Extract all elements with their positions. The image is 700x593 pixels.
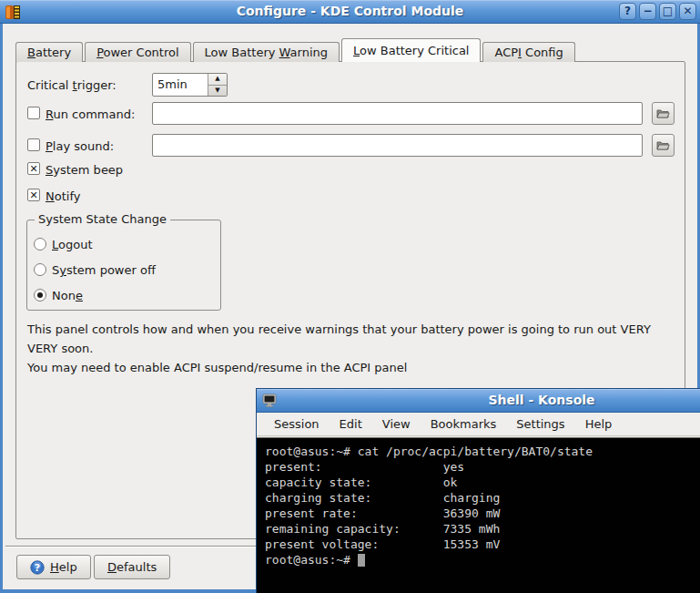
menu-session[interactable]: Session — [264, 417, 330, 431]
run-command-label[interactable]: Run command: — [46, 107, 135, 121]
run-command-checkbox[interactable]: ✕ — [27, 107, 40, 119]
folder-open-icon — [656, 107, 670, 119]
terminal-prompt: root@asus:~# — [265, 553, 358, 567]
play-sound-browse-button[interactable] — [652, 134, 675, 157]
radio-none[interactable] — [34, 289, 46, 302]
critical-trigger-spinbox[interactable]: 5min ▲ ▼ — [152, 73, 228, 97]
terminal-line: present voltage: 15353 mV — [265, 537, 700, 552]
tab-battery[interactable]: Battery — [15, 42, 83, 62]
tab-bar: Battery Power Control Low Battery Warnin… — [15, 38, 577, 62]
titlebar-buttons: ? − □ ✕ — [619, 3, 696, 20]
checkmark-icon: ✕ — [29, 190, 37, 200]
terminal-line: capacity state: ok — [265, 475, 700, 490]
menu-bookmarks[interactable]: Bookmarks — [421, 417, 507, 431]
tab-low-battery-warning[interactable]: Low Battery Warning — [193, 42, 340, 62]
help-icon: ? — [30, 560, 45, 575]
help-button[interactable]: ? Help — [16, 555, 91, 579]
konsole-title-bar[interactable]: Shell - Konsole — [257, 389, 700, 413]
menu-settings[interactable]: Settings — [506, 417, 574, 431]
play-sound-label[interactable]: Play sound: — [46, 139, 114, 153]
system-beep-checkbox[interactable]: ✕ — [27, 162, 40, 175]
radio-none-label[interactable]: None — [52, 289, 83, 302]
radio-dot — [37, 292, 43, 298]
close-button[interactable]: ✕ — [679, 3, 696, 20]
radio-logout[interactable] — [34, 238, 46, 250]
konsole-menu-bar: Session Edit View Bookmarks Settings Hel… — [257, 413, 700, 436]
system-beep-label[interactable]: System beep — [46, 163, 123, 177]
folder-open-icon — [656, 139, 670, 151]
critical-trigger-value[interactable]: 5min — [153, 74, 208, 96]
radio-system-power-off-label[interactable]: System power off — [52, 263, 156, 277]
system-state-change-title: System State Change — [35, 212, 170, 226]
terminal-line: remaining capacity: 7335 mWh — [265, 521, 700, 537]
terminal-line: present: yes — [265, 459, 700, 475]
defaults-button[interactable]: Defaults — [94, 555, 170, 579]
tab-acpi-config[interactable]: ACPI Config — [482, 42, 574, 62]
checkmark-icon: ✕ — [29, 164, 37, 174]
acpi-hint-text: You may need to enable ACPI suspend/resu… — [27, 358, 657, 377]
tab-power-control[interactable]: Power Control — [85, 42, 190, 62]
terminal-prompt-line: root@asus:~# — [265, 552, 700, 567]
run-command-browse-button[interactable] — [652, 102, 675, 125]
help-button-label: Help — [50, 560, 77, 574]
spin-down-button[interactable]: ▼ — [208, 85, 227, 97]
svg-text:?: ? — [35, 562, 40, 574]
spin-buttons: ▲ ▼ — [208, 74, 227, 96]
terminal-cursor[interactable] — [358, 554, 365, 567]
menu-edit[interactable]: Edit — [330, 417, 372, 431]
critical-trigger-label: Critical trigger: — [27, 78, 117, 92]
title-bar[interactable]: Configure - KDE Control Module ? − □ ✕ — [0, 0, 700, 24]
radio-logout-label[interactable]: Logout — [52, 238, 93, 251]
spin-up-button[interactable]: ▲ — [208, 74, 227, 85]
konsole-window-title: Shell - Konsole — [257, 393, 700, 407]
tab-low-battery-critical[interactable]: Low Battery Critical — [341, 38, 481, 62]
terminal-line: charging state: charging — [265, 490, 700, 506]
window-title: Configure - KDE Control Module — [0, 4, 700, 18]
terminal-line: root@asus:~# cat /proc/acpi/battery/BAT0… — [265, 444, 700, 459]
play-sound-input[interactable] — [152, 134, 643, 157]
run-command-input[interactable] — [152, 102, 643, 125]
defaults-button-label: Defaults — [107, 560, 157, 574]
help-titlebar-button[interactable]: ? — [619, 3, 636, 20]
minimize-button[interactable]: − — [639, 3, 656, 20]
konsole-window: Shell - Konsole Session Edit View Bookma… — [256, 388, 700, 593]
terminal-output[interactable]: root@asus:~# cat /proc/acpi/battery/BAT0… — [257, 437, 700, 593]
notify-label[interactable]: Notify — [46, 189, 80, 203]
maximize-button[interactable]: □ — [659, 3, 676, 20]
menu-view[interactable]: View — [372, 417, 421, 431]
notify-checkbox[interactable]: ✕ — [27, 189, 40, 201]
panel-description-text: This panel controls how and when you rec… — [27, 320, 657, 358]
play-sound-checkbox[interactable]: ✕ — [27, 138, 40, 151]
terminal-line: present rate: 36390 mW — [265, 506, 700, 521]
radio-system-power-off[interactable] — [34, 263, 46, 276]
menu-help[interactable]: Help — [575, 417, 623, 431]
